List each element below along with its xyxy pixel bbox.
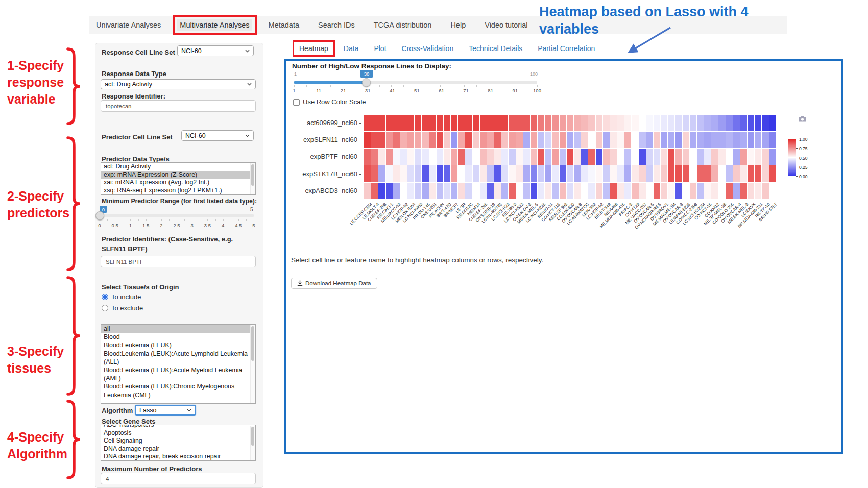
heatmap-cell [494,132,501,148]
predictor-identifiers-input[interactable]: SLFN11 BPTF [101,256,256,267]
heatmap-cell [603,183,610,199]
nav-item-multivariate-analyses[interactable]: Multivariate Analyses [177,19,252,31]
camera-icon[interactable] [798,114,807,123]
scrollbar[interactable] [250,325,255,403]
tab-cross-validation[interactable]: Cross-Validation [401,44,455,53]
tissue-option[interactable]: Blood [101,333,251,341]
algorithm-select[interactable]: Lasso [135,405,196,416]
heatmap-cell [610,115,617,131]
heatmap-cell [371,149,378,165]
heatmap-row-label[interactable]: expSTK17B_nci60 [286,165,361,182]
heatmap-row-label[interactable]: expSLFN11_nci60 [286,131,361,148]
heatmap-cell [371,165,378,182]
tissue-option[interactable]: all [101,325,251,333]
row-color-scale-checkbox-label[interactable]: Use Row Color Scale [303,98,366,106]
range-tickmark [107,219,108,221]
heatmap-row-label[interactable]: act609699_nci60 [286,114,361,131]
display-slider-handle[interactable] [362,78,371,87]
tab-partial-correlation[interactable]: Partial Correlation [537,44,596,53]
heatmap-cell [487,149,494,165]
heatmap-cell [545,165,552,182]
heatmap-cell [386,132,393,148]
min-predictor-range-handle[interactable] [95,211,104,220]
heatmap-cell [458,115,465,131]
heatmap-cell [487,183,494,199]
predictor-data-types-listbox: act: Drug Activityexp: mRNA Expression (… [101,162,256,195]
predictor-data-type-option[interactable]: exp: mRNA Expression (Z-Score) [101,171,255,179]
heatmap-cell [567,183,574,199]
tissue-exclude-radio-label[interactable]: To exclude [111,304,143,312]
heatmap-cell [393,149,400,165]
heatmap-cell [386,149,393,165]
heatmap-cell [422,183,429,199]
tissue-include-radio-label[interactable]: To include [111,293,141,301]
heatmap-cell [444,165,451,182]
response-data-type-select[interactable]: act: Drug Activity [101,79,256,89]
heatmap-cell [415,115,422,131]
heatmap-cell [371,183,378,199]
tab-technical-details[interactable]: Technical Details [468,44,523,53]
display-slider-track[interactable] [294,81,537,84]
scrollbar[interactable] [250,426,255,460]
heatmap-cell [509,183,516,199]
tissue-option[interactable]: Blood:Leukemia (LEUK):Acute Myeloid Leuk… [101,366,251,382]
download-heatmap-data-button[interactable]: Download Heatmap Data [291,278,377,289]
tab-heatmap[interactable]: Heatmap [298,44,329,53]
heatmap-cell [364,183,371,199]
max-predictors-input[interactable]: 4 [101,473,256,484]
gene-set-option[interactable]: Cell Signaling [101,437,255,445]
nav-item-metadata[interactable]: Metadata [266,19,302,31]
gene-set-option[interactable]: DNA damage repair, break excision repair [101,453,255,461]
heatmap-cell [516,115,523,131]
display-tick-label: 71 [463,88,469,93]
heatmap-row-label[interactable]: expBPTF_nci60 [286,148,361,165]
heatmap-cell [733,165,740,182]
nav-item-help[interactable]: Help [448,19,468,31]
heatmap-cell [516,149,523,165]
heatmap-cell [690,132,697,148]
nav-item-tcga-distribution[interactable]: TCGA distribution [371,19,435,31]
tab-data[interactable]: Data [343,44,360,53]
tissue-option[interactable]: Blood:Leukemia (LEUK):Acute Lymphoid Leu… [101,350,251,366]
row-color-scale-checkbox[interactable] [293,99,300,106]
tissue-include-radio[interactable] [102,294,108,300]
heatmap-cell [617,149,624,165]
response-identifier-input[interactable]: topotecan [101,100,256,112]
heatmap-cell [596,115,603,131]
gene-set-option[interactable]: Apoptosis [101,429,255,437]
display-tick-label: 21 [341,88,346,93]
display-tickmark [319,85,319,87]
scrollbar-thumb[interactable] [251,164,254,186]
range-tickmark [130,219,131,221]
heatmap-cell [718,149,726,165]
range-tickmark [254,219,254,221]
axis-tick [359,191,361,191]
predictor-cell-line-set-select[interactable]: NCI-60 [181,130,254,141]
heatmap-cell [588,183,595,199]
heatmap-cell [516,132,523,148]
predictor-data-type-option[interactable]: xsq: RNA-seq Expression (log2 FPKM+1.) [101,187,255,195]
min-predictor-range-track[interactable] [100,214,254,217]
gene-set-option[interactable]: DNA damage repair [101,445,255,453]
heatmap-cell [451,183,458,199]
response-cell-line-set-select[interactable]: NCI-60 [177,45,254,56]
gene-set-option[interactable]: ABC Transporters [101,425,255,429]
scrollbar-thumb[interactable] [251,326,254,361]
nav-item-univariate-analyses[interactable]: Univariate Analyses [93,19,163,31]
display-tickmark [379,85,380,87]
scrollbar-thumb[interactable] [251,427,254,446]
tissue-exclude-radio[interactable] [102,305,108,311]
nav-item-search-ids[interactable]: Search IDs [316,19,357,31]
display-slider-value-badge: 30 [360,70,373,78]
tab-plot[interactable]: Plot [373,44,387,53]
heatmap-cell [610,183,617,199]
predictor-data-type-option[interactable]: xai: mRNA Expression (Avg. log2 Int.) [101,179,255,187]
scrollbar[interactable] [250,163,255,194]
predictor-data-type-option[interactable]: act: Drug Activity [101,163,255,171]
tissue-option[interactable]: Blood:Leukemia (LEUK):Chronic Myelogenou… [101,382,251,399]
heatmap-cell [451,165,458,182]
heatmap-row-label[interactable]: expABCD3_nci60 [286,182,361,199]
chevron-down-icon [187,409,191,412]
nav-item-video-tutorial[interactable]: Video tutorial [482,19,530,31]
tissue-option[interactable]: Blood:Leukemia (LEUK) [101,341,251,349]
